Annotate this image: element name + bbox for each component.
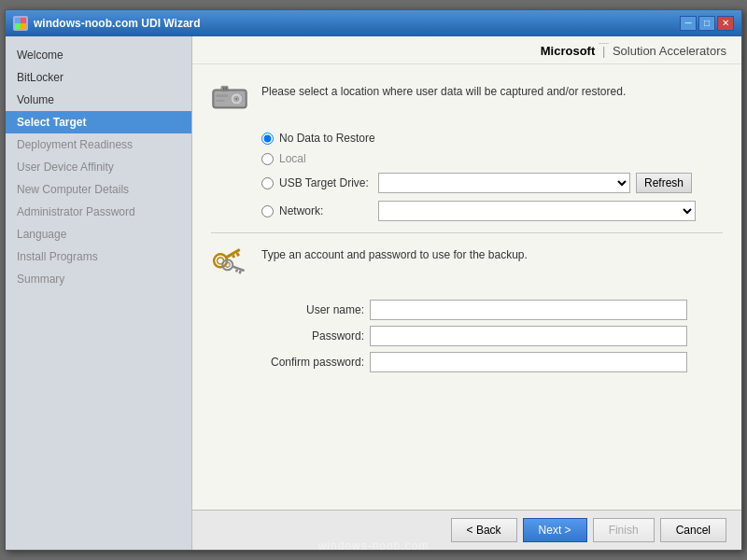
footer: < Back Next > Finish Cancel — [192, 510, 741, 550]
sidebar-item-language[interactable]: Language — [6, 223, 191, 245]
svg-rect-0 — [15, 18, 21, 23]
account-section: Type an account and password to use for … — [211, 245, 723, 288]
svg-rect-21 — [232, 265, 245, 272]
sidebar: Welcome BitLocker Volume Select Target D… — [6, 36, 192, 550]
radio-label-network: Network: — [279, 204, 373, 217]
radio-local[interactable] — [261, 153, 274, 165]
back-button[interactable]: < Back — [451, 518, 517, 542]
maximize-button[interactable]: □ — [698, 16, 715, 31]
radio-network[interactable] — [261, 205, 274, 217]
password-label: Password: — [261, 329, 364, 343]
title-bar-left: windows-noob.com UDI Wizard — [13, 16, 201, 31]
radio-usb[interactable] — [261, 177, 274, 189]
sidebar-item-new-computer-details[interactable]: New Computer Details — [6, 178, 191, 201]
username-label: User name: — [261, 303, 364, 316]
sidebar-item-welcome[interactable]: Welcome — [6, 44, 191, 66]
main-window: windows-noob.com UDI Wizard ─ □ ✕ Welcom… — [5, 9, 742, 551]
radio-no-data[interactable] — [261, 133, 274, 145]
account-description: Type an account and password to use for … — [261, 245, 528, 261]
svg-rect-3 — [21, 23, 26, 29]
brand-bar: Microsoft | Solution Accelerators — [192, 36, 741, 64]
section-description: Please select a location where user data… — [261, 79, 626, 100]
password-input[interactable] — [370, 326, 687, 346]
radio-label-local: Local — [279, 152, 373, 165]
svg-rect-13 — [216, 100, 224, 102]
username-input[interactable] — [370, 300, 687, 320]
drive-icon — [211, 79, 248, 117]
refresh-button[interactable]: Refresh — [636, 173, 692, 193]
confirm-password-input[interactable] — [370, 352, 687, 372]
usb-drive-select[interactable] — [378, 173, 630, 193]
next-button[interactable]: Next > — [523, 518, 587, 542]
minimize-button[interactable]: ─ — [680, 16, 697, 31]
sidebar-item-volume[interactable]: Volume — [6, 89, 191, 111]
svg-rect-11 — [225, 87, 227, 91]
sidebar-item-user-device-affinity[interactable]: User Device Affinity — [6, 156, 191, 178]
finish-button[interactable]: Finish — [593, 518, 655, 542]
form-row-password: Password: — [261, 326, 723, 346]
svg-rect-2 — [15, 23, 21, 29]
network-select[interactable] — [378, 201, 696, 221]
sidebar-item-summary[interactable]: Summary — [6, 268, 191, 290]
radio-row-no-data: No Data to Restore — [261, 132, 723, 145]
form-row-confirm: Confirm password: — [261, 352, 723, 372]
radio-row-network: Network: — [261, 201, 723, 221]
sidebar-item-bitlocker[interactable]: BitLocker — [6, 66, 191, 89]
panel-content: Please select a location where user data… — [192, 64, 741, 510]
sidebar-item-deployment-readiness[interactable]: Deployment Readiness — [6, 133, 191, 156]
cancel-button[interactable]: Cancel — [660, 518, 726, 542]
title-bar: windows-noob.com UDI Wizard ─ □ ✕ — [6, 10, 741, 36]
brand-microsoft: Microsoft — [541, 44, 596, 58]
form-grid: User name: Password: Confirm password: — [261, 300, 723, 372]
sidebar-item-select-target[interactable]: Select Target — [6, 111, 191, 133]
sidebar-item-administrator-password[interactable]: Administrator Password — [6, 201, 191, 223]
radio-label-usb: USB Target Drive: — [279, 176, 373, 189]
app-icon — [13, 16, 28, 31]
keys-icon — [211, 245, 248, 288]
svg-point-8 — [235, 98, 237, 100]
radio-group: No Data to Restore Local USB Target Driv… — [261, 132, 723, 221]
sidebar-item-install-programs[interactable]: Install Programs — [6, 245, 191, 268]
brand-divider: | — [599, 43, 609, 58]
form-row-username: User name: — [261, 300, 723, 320]
section-divider — [211, 232, 723, 233]
radio-row-usb: USB Target Drive: Refresh — [261, 173, 723, 193]
svg-rect-12 — [216, 94, 228, 97]
svg-rect-10 — [223, 87, 225, 91]
title-bar-buttons: ─ □ ✕ — [680, 16, 734, 31]
main-panel: Microsoft | Solution Accelerators — [192, 36, 741, 550]
window-title: windows-noob.com UDI Wizard — [34, 17, 201, 30]
radio-label-no-data: No Data to Restore — [279, 132, 375, 145]
brand-solution: Solution Accelerators — [613, 44, 726, 58]
radio-row-local: Local — [261, 152, 723, 165]
confirm-label: Confirm password: — [261, 356, 364, 369]
section-header: Please select a location where user data… — [211, 79, 723, 117]
content-area: Welcome BitLocker Volume Select Target D… — [6, 36, 741, 550]
svg-rect-1 — [21, 18, 26, 23]
close-button[interactable]: ✕ — [717, 16, 734, 31]
